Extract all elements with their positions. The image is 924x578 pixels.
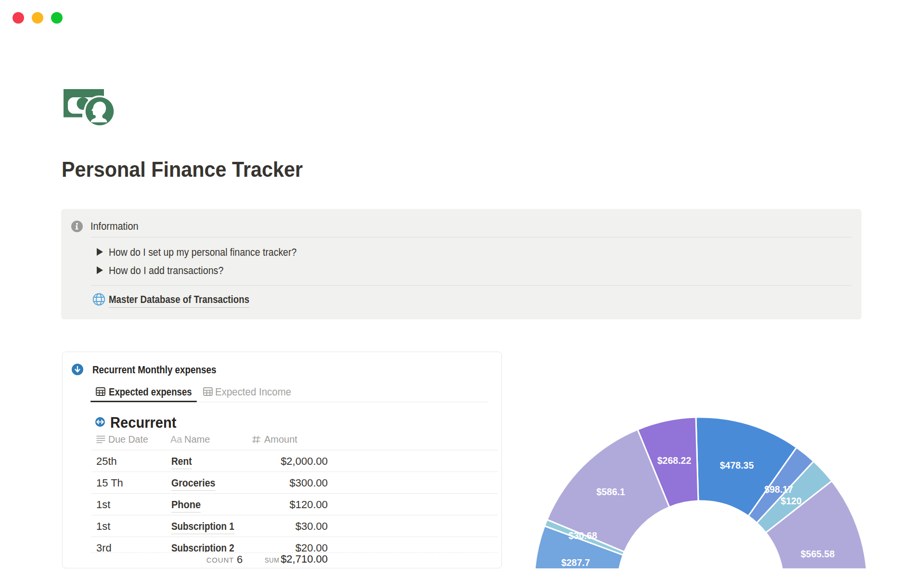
- svg-text:$30.68: $30.68: [568, 530, 597, 541]
- svg-text:$120: $120: [781, 496, 802, 506]
- svg-text:$565.58: $565.58: [801, 549, 835, 559]
- svg-text:$478.35: $478.35: [720, 460, 754, 471]
- svg-text:$268.22: $268.22: [657, 455, 692, 466]
- svg-text:$98.17: $98.17: [764, 484, 793, 495]
- svg-text:$287.7: $287.7: [561, 557, 590, 568]
- svg-text:$586.1: $586.1: [596, 486, 625, 497]
